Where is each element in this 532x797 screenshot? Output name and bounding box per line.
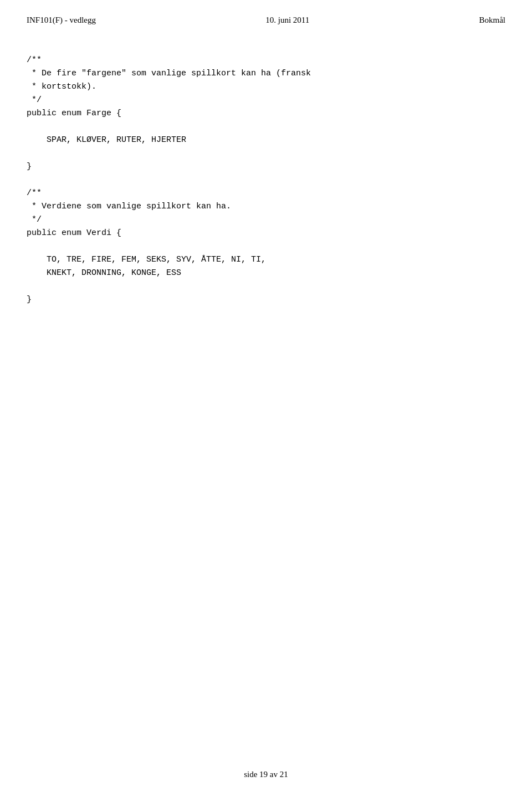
page-header: INF101(F) - vedlegg 10. juni 2011 Bokmål xyxy=(0,0,532,36)
header-left: INF101(F) - vedlegg xyxy=(27,16,96,25)
header-right: Bokmål xyxy=(479,16,505,25)
header-center: 10. juni 2011 xyxy=(265,16,309,25)
page-number: side 19 av 21 xyxy=(244,770,288,779)
page-footer: side 19 av 21 xyxy=(0,770,532,779)
code-block: /** * De fire "fargene" som vanlige spil… xyxy=(27,54,505,306)
main-content: /** * De fire "fargene" som vanlige spil… xyxy=(0,36,532,351)
